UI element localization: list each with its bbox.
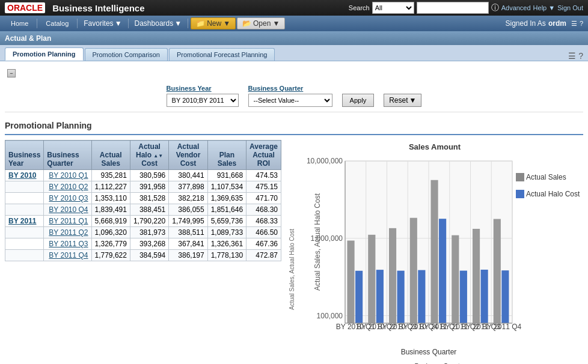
main-layout: BusinessYear BusinessQuarter ActualSales… bbox=[5, 140, 583, 364]
svg-rect-30 bbox=[452, 235, 459, 323]
nav-dashboards[interactable]: Dashboards ▼ bbox=[131, 17, 186, 29]
tabs-bar: Promotion Planning Promotion Comparison … bbox=[0, 45, 588, 61]
data-table-wrap: BusinessYear BusinessQuarter ActualSales… bbox=[5, 140, 281, 364]
table-cell-actual_vendor: 386,055 bbox=[169, 204, 207, 216]
svg-rect-31 bbox=[460, 271, 467, 323]
table-cell-actual_vendor: 386,197 bbox=[169, 250, 207, 261]
help-icon-btn[interactable]: ? bbox=[580, 20, 583, 27]
username-label: ordm bbox=[548, 19, 566, 28]
table-cell-actual_sales: 1,326,779 bbox=[91, 238, 130, 250]
table-cell-avg_roi: 467.36 bbox=[247, 238, 281, 250]
minimize-button[interactable]: − bbox=[7, 69, 16, 77]
table-cell-year[interactable] bbox=[5, 204, 44, 216]
table-cell-actual_vendor: 1,749,995 bbox=[169, 216, 207, 227]
apply-button[interactable]: Apply bbox=[342, 94, 375, 107]
table-cell-actual_vendor: 377,898 bbox=[169, 181, 207, 193]
svg-rect-43 bbox=[516, 190, 524, 198]
svg-rect-41 bbox=[516, 173, 524, 181]
table-cell-year[interactable]: BY 2011 bbox=[5, 216, 44, 227]
nav-icons: ☰ ? bbox=[571, 20, 583, 28]
table-cell-year[interactable] bbox=[5, 193, 44, 204]
tab-promotional-forecast[interactable]: Promotional Forecast Planning bbox=[169, 48, 275, 61]
search-label: Search bbox=[349, 4, 370, 11]
chart-area: Sales Amount Actual Sales, Actual Halo C… bbox=[286, 140, 583, 364]
svg-text:100,000: 100,000 bbox=[317, 312, 343, 320]
table-cell-quarter[interactable]: BY 2010 Q3 bbox=[44, 193, 91, 204]
favorites-chevron-icon: ▼ bbox=[115, 19, 122, 28]
bi-title: Business Intelligence bbox=[52, 3, 144, 13]
reset-button[interactable]: Reset ▼ bbox=[384, 94, 421, 107]
table-cell-plan_sales: 1,778,130 bbox=[207, 250, 246, 261]
table-cell-plan_sales: 1,107,534 bbox=[207, 181, 246, 193]
nav-divider-3 bbox=[128, 19, 129, 28]
tab-options-icon[interactable]: ☰ bbox=[568, 51, 576, 61]
table-cell-plan_sales: 1,089,733 bbox=[207, 227, 246, 238]
table-cell-year[interactable] bbox=[5, 250, 44, 261]
table-cell-actual_sales: 935,281 bbox=[91, 170, 130, 181]
signed-in-area: Signed In As ordm ☰ ? bbox=[505, 19, 583, 28]
table-cell-quarter[interactable]: BY 2010 Q2 bbox=[44, 181, 91, 193]
minimize-bar: − bbox=[5, 66, 583, 80]
table-cell-quarter[interactable]: BY 2010 Q1 bbox=[44, 170, 91, 181]
table-cell-quarter[interactable]: BY 2011 Q3 bbox=[44, 238, 91, 250]
business-quarter-select[interactable]: --Select Value-- bbox=[248, 94, 332, 107]
table-cell-quarter[interactable]: BY 2010 Q4 bbox=[44, 204, 91, 216]
advanced-link[interactable]: Advanced bbox=[501, 4, 531, 11]
table-cell-avg_roi: 472.87 bbox=[247, 250, 281, 261]
table-cell-plan_sales: 5,659,736 bbox=[207, 216, 246, 227]
search-scope-select[interactable]: All bbox=[372, 2, 414, 14]
table-cell-year[interactable] bbox=[5, 181, 44, 193]
help-link[interactable]: Help ▼ bbox=[533, 4, 556, 11]
nav-divider-2 bbox=[77, 19, 78, 28]
table-cell-year[interactable]: BY 2010 bbox=[5, 170, 44, 181]
nav-divider-4 bbox=[188, 19, 188, 28]
options-icon-btn[interactable]: ☰ bbox=[571, 20, 577, 28]
chart-svg: 100,0001,000,00010,000,000BY 2010 Q1BY 2… bbox=[299, 155, 581, 359]
business-year-select[interactable]: BY 2010;BY 2011 bbox=[167, 94, 239, 107]
table-cell-quarter[interactable]: BY 2011 Q1 bbox=[44, 216, 91, 227]
business-year-label[interactable]: Business Year bbox=[167, 85, 212, 92]
table-cell-actual_halo: 381,528 bbox=[130, 193, 168, 204]
section-bar: Actual & Plan bbox=[0, 31, 588, 45]
table-cell-actual_sales: 1,112,227 bbox=[91, 181, 130, 193]
col-header-quarter: BusinessQuarter bbox=[44, 141, 91, 170]
tab-actions: ☰ ? bbox=[568, 51, 583, 61]
col-header-plan-sales: PlanSales bbox=[207, 141, 246, 170]
tab-promotion-planning[interactable]: Promotion Planning bbox=[5, 47, 84, 61]
table-cell-actual_halo: 388,451 bbox=[130, 204, 168, 216]
svg-text:Business Quarter: Business Quarter bbox=[401, 348, 457, 356]
sign-out-link[interactable]: Sign Out bbox=[557, 4, 583, 11]
signed-in-label: Signed In As bbox=[505, 19, 545, 28]
table-cell-actual_vendor: 382,218 bbox=[169, 193, 207, 204]
table-cell-actual_halo: 391,958 bbox=[130, 181, 168, 193]
table-cell-year[interactable] bbox=[5, 227, 44, 238]
svg-text:BY 2011 Q4: BY 2011 Q4 bbox=[482, 323, 521, 331]
dashboards-chevron-icon: ▼ bbox=[174, 19, 182, 28]
business-quarter-label[interactable]: Business Quarter bbox=[248, 85, 304, 92]
nav-favorites[interactable]: Favorites ▼ bbox=[80, 17, 125, 29]
tab-help-icon[interactable]: ? bbox=[578, 51, 583, 61]
table-cell-year[interactable] bbox=[5, 238, 44, 250]
tab-promotion-comparison[interactable]: Promotion Comparison bbox=[85, 48, 168, 61]
new-button[interactable]: 📁 New ▼ bbox=[191, 17, 236, 29]
table-cell-actual_sales: 1,353,110 bbox=[91, 193, 130, 204]
col-header-year: BusinessYear bbox=[5, 141, 44, 170]
nav-home[interactable]: Home bbox=[5, 18, 34, 29]
svg-rect-37 bbox=[501, 270, 509, 323]
section-title: Actual & Plan bbox=[5, 34, 51, 43]
search-input[interactable] bbox=[417, 2, 489, 14]
new-chevron-icon: ▼ bbox=[223, 19, 230, 28]
svg-rect-33 bbox=[473, 229, 480, 323]
svg-rect-18 bbox=[368, 235, 375, 323]
table-cell-quarter[interactable]: BY 2011 Q2 bbox=[44, 227, 91, 238]
search-area: Search All ⓘ Advanced Help ▼ Sign Out bbox=[349, 2, 583, 14]
table-cell-actual_sales: 1,839,491 bbox=[91, 204, 130, 216]
open-button[interactable]: 📂 Open ▼ bbox=[237, 17, 285, 29]
table-cell-avg_roi: 468.33 bbox=[247, 216, 281, 227]
table-cell-avg_roi: 468.30 bbox=[247, 204, 281, 216]
table-cell-quarter[interactable]: BY 2011 Q4 bbox=[44, 250, 91, 261]
search-help-icon[interactable]: ⓘ bbox=[491, 2, 499, 13]
svg-rect-28 bbox=[439, 219, 446, 323]
nav-catalog[interactable]: Catalog bbox=[40, 18, 75, 29]
svg-rect-21 bbox=[389, 228, 396, 323]
